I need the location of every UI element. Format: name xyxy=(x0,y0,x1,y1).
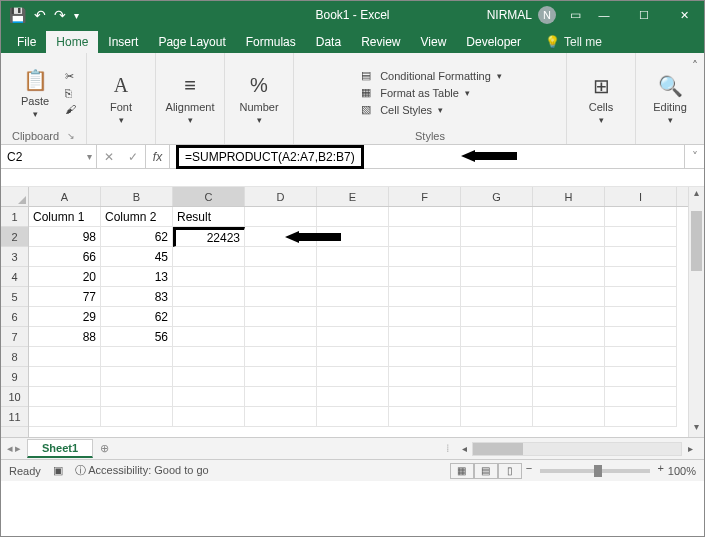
cell[interactable] xyxy=(29,367,101,387)
font-button[interactable]: AFont▾ xyxy=(97,73,145,125)
avatar[interactable]: N xyxy=(538,6,556,24)
cell[interactable] xyxy=(173,307,245,327)
cell[interactable] xyxy=(389,267,461,287)
name-box[interactable]: C2▾ xyxy=(1,145,97,168)
cell[interactable] xyxy=(461,327,533,347)
cell[interactable] xyxy=(29,387,101,407)
cell[interactable] xyxy=(389,307,461,327)
cell[interactable] xyxy=(533,307,605,327)
cell[interactable] xyxy=(317,347,389,367)
cell[interactable] xyxy=(605,407,677,427)
cell[interactable] xyxy=(29,407,101,427)
qat-dropdown-icon[interactable]: ▾ xyxy=(74,10,79,21)
ribbon-options-icon[interactable]: ▭ xyxy=(566,8,584,22)
cell[interactable] xyxy=(389,207,461,227)
cell[interactable] xyxy=(533,227,605,247)
scroll-right-icon[interactable]: ▸ xyxy=(682,443,698,454)
cell[interactable] xyxy=(173,247,245,267)
cell[interactable] xyxy=(173,347,245,367)
minimize-button[interactable]: — xyxy=(584,1,624,29)
cell[interactable] xyxy=(461,367,533,387)
cell[interactable] xyxy=(245,327,317,347)
cell[interactable]: 83 xyxy=(101,287,173,307)
cell[interactable] xyxy=(245,307,317,327)
format-painter-icon[interactable]: 🖌 xyxy=(65,103,76,115)
cell[interactable] xyxy=(245,367,317,387)
cell[interactable] xyxy=(605,347,677,367)
cell[interactable]: 66 xyxy=(29,247,101,267)
zoom-knob[interactable] xyxy=(594,465,602,477)
cell[interactable] xyxy=(389,387,461,407)
cell[interactable] xyxy=(389,327,461,347)
tab-formulas[interactable]: Formulas xyxy=(236,31,306,53)
cell[interactable] xyxy=(605,227,677,247)
cell[interactable] xyxy=(605,207,677,227)
cell[interactable] xyxy=(317,387,389,407)
vertical-scrollbar[interactable]: ▴ ▾ xyxy=(688,187,704,437)
cell[interactable] xyxy=(245,407,317,427)
cell[interactable] xyxy=(101,387,173,407)
row-header[interactable]: 2 xyxy=(1,227,28,247)
col-header[interactable]: D xyxy=(245,187,317,206)
cell[interactable]: 77 xyxy=(29,287,101,307)
cell[interactable]: 20 xyxy=(29,267,101,287)
row-header[interactable]: 3 xyxy=(1,247,28,267)
cell[interactable] xyxy=(173,387,245,407)
col-header[interactable]: A xyxy=(29,187,101,206)
cell[interactable] xyxy=(533,367,605,387)
col-header[interactable]: E xyxy=(317,187,389,206)
row-header[interactable]: 11 xyxy=(1,407,28,427)
split-handle-icon[interactable]: ⁞ xyxy=(446,442,450,455)
cell[interactable] xyxy=(605,327,677,347)
cell[interactable] xyxy=(317,407,389,427)
cell-selected[interactable]: 22423 xyxy=(173,227,245,247)
maximize-button[interactable]: ☐ xyxy=(624,1,664,29)
cell[interactable] xyxy=(605,387,677,407)
cell[interactable]: Result xyxy=(173,207,245,227)
cell[interactable] xyxy=(533,247,605,267)
accessibility-status[interactable]: ⓘ Accessibility: Good to go xyxy=(75,463,209,478)
tab-data[interactable]: Data xyxy=(306,31,351,53)
tab-home[interactable]: Home xyxy=(46,31,98,53)
cell[interactable] xyxy=(533,387,605,407)
cell[interactable]: 29 xyxy=(29,307,101,327)
cell[interactable] xyxy=(533,407,605,427)
undo-icon[interactable]: ↶ xyxy=(34,7,46,23)
col-header[interactable]: F xyxy=(389,187,461,206)
scroll-thumb[interactable] xyxy=(691,211,702,271)
cell[interactable] xyxy=(317,287,389,307)
cell[interactable] xyxy=(461,387,533,407)
cell[interactable] xyxy=(461,207,533,227)
zoom-level[interactable]: 100% xyxy=(668,465,696,477)
collapse-ribbon-icon[interactable]: ˄ xyxy=(692,59,698,73)
horizontal-scrollbar[interactable]: ⁞ ◂ ▸ xyxy=(115,442,704,456)
scroll-left-icon[interactable]: ◂ xyxy=(456,443,472,454)
cell[interactable] xyxy=(173,267,245,287)
row-header[interactable]: 9 xyxy=(1,367,28,387)
cell[interactable] xyxy=(101,407,173,427)
redo-icon[interactable]: ↷ xyxy=(54,7,66,23)
cell[interactable] xyxy=(605,267,677,287)
paste-button[interactable]: 📋 Paste ▾ xyxy=(11,67,59,119)
row-header[interactable]: 7 xyxy=(1,327,28,347)
cell[interactable]: 56 xyxy=(101,327,173,347)
sheet-tab[interactable]: Sheet1 xyxy=(27,439,93,458)
tell-me[interactable]: 💡Tell me xyxy=(539,31,608,53)
cell[interactable] xyxy=(389,247,461,267)
row-header[interactable]: 10 xyxy=(1,387,28,407)
cell[interactable] xyxy=(389,227,461,247)
cell[interactable] xyxy=(605,367,677,387)
cell[interactable] xyxy=(533,267,605,287)
cell[interactable]: 45 xyxy=(101,247,173,267)
row-header[interactable]: 5 xyxy=(1,287,28,307)
col-header[interactable]: H xyxy=(533,187,605,206)
cell[interactable]: 98 xyxy=(29,227,101,247)
formula-bar[interactable]: =SUMPRODUCT(A2:A7,B2:B7) xyxy=(170,145,684,168)
format-table-button[interactable]: ▦Format as Table ▾ xyxy=(358,86,502,99)
dialog-launcher-icon[interactable]: ↘ xyxy=(67,131,75,141)
cell[interactable] xyxy=(101,347,173,367)
cell[interactable] xyxy=(245,267,317,287)
view-page-break-button[interactable]: ▯ xyxy=(498,463,522,479)
cell[interactable] xyxy=(605,247,677,267)
cell[interactable]: Column 1 xyxy=(29,207,101,227)
